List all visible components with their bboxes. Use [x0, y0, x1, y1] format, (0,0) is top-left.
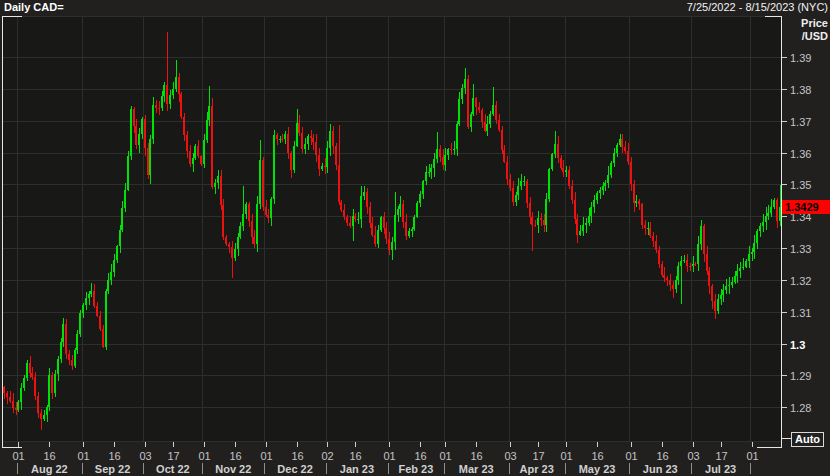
- svg-text:1.29: 1.29: [790, 370, 811, 382]
- svg-text:16: 16: [656, 450, 668, 462]
- last-price-badge: 1.3429: [782, 200, 830, 214]
- svg-text:Dec 22: Dec 22: [277, 463, 312, 475]
- svg-text:Jun 23: Jun 23: [643, 463, 678, 475]
- svg-text:16: 16: [414, 450, 426, 462]
- svg-text:1.28: 1.28: [790, 402, 811, 414]
- svg-text:Aug 22: Aug 22: [31, 463, 68, 475]
- svg-text:03: 03: [687, 450, 699, 462]
- svg-text:1.39: 1.39: [790, 52, 811, 64]
- plot-background: [3, 16, 781, 441]
- svg-text:01: 01: [260, 450, 272, 462]
- svg-text:01: 01: [625, 450, 637, 462]
- svg-text:1.32: 1.32: [790, 275, 811, 287]
- svg-text:03: 03: [504, 450, 516, 462]
- svg-text:Sep 22: Sep 22: [95, 463, 130, 475]
- svg-text:01: 01: [12, 450, 24, 462]
- svg-text:16: 16: [229, 450, 241, 462]
- svg-text:17: 17: [532, 450, 544, 462]
- svg-text:16: 16: [470, 450, 482, 462]
- svg-text:16: 16: [291, 450, 303, 462]
- svg-text:03: 03: [139, 450, 151, 462]
- svg-text:16: 16: [591, 450, 603, 462]
- svg-text:1.3: 1.3: [790, 339, 805, 351]
- svg-text:1.37: 1.37: [790, 116, 811, 128]
- svg-text:17: 17: [167, 450, 179, 462]
- svg-text:16: 16: [349, 450, 361, 462]
- date-axis: 0116011603170116011602160116011603170116…: [12, 442, 758, 475]
- svg-text:01: 01: [198, 450, 210, 462]
- candlestick-chart[interactable]: 1.391.381.371.361.351.341.331.321.311.31…: [0, 0, 830, 476]
- auto-button[interactable]: Auto: [791, 432, 824, 447]
- chart-window: Daily CAD= 7/25/2022 - 8/15/2023 (NYC) 1…: [0, 0, 830, 476]
- svg-text:01: 01: [439, 450, 451, 462]
- price-axis-title: Price /USD: [782, 17, 828, 43]
- price-axis-title-line2: /USD: [782, 30, 828, 43]
- svg-text:1.36: 1.36: [790, 148, 811, 160]
- svg-text:01: 01: [560, 450, 572, 462]
- svg-text:Nov 22: Nov 22: [215, 463, 251, 475]
- price-axis-title-line1: Price: [782, 17, 828, 30]
- svg-text:Mar 23: Mar 23: [459, 463, 494, 475]
- svg-text:Apr 23: Apr 23: [520, 463, 554, 475]
- svg-text:Jan 23: Jan 23: [340, 463, 374, 475]
- svg-text:1.31: 1.31: [790, 307, 811, 319]
- price-axis: 1.391.381.371.361.351.341.331.321.311.31…: [782, 52, 811, 414]
- svg-text:01: 01: [746, 450, 758, 462]
- svg-text:01: 01: [383, 450, 395, 462]
- svg-text:May 23: May 23: [579, 463, 616, 475]
- svg-text:1.33: 1.33: [790, 243, 811, 255]
- svg-text:Oct 22: Oct 22: [156, 463, 190, 475]
- svg-text:16: 16: [108, 450, 120, 462]
- svg-text:1.38: 1.38: [790, 84, 811, 96]
- svg-text:1.35: 1.35: [790, 179, 811, 191]
- svg-text:Jul 23: Jul 23: [705, 463, 736, 475]
- svg-text:01: 01: [77, 450, 89, 462]
- svg-text:16: 16: [43, 450, 55, 462]
- svg-text:17: 17: [715, 450, 727, 462]
- svg-text:02: 02: [321, 450, 333, 462]
- svg-text:Feb 23: Feb 23: [398, 463, 433, 475]
